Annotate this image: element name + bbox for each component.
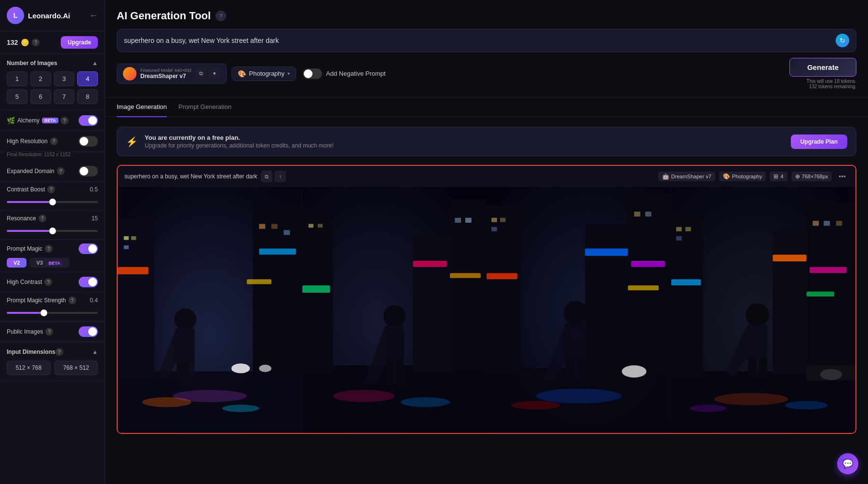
generated-image-2[interactable] xyxy=(302,187,487,433)
alchemy-toggle[interactable] xyxy=(79,115,98,126)
contrast-boost-help-icon[interactable]: ? xyxy=(47,186,55,193)
pm-strength-slider[interactable] xyxy=(7,312,98,314)
model-info: Finetuned Model 640×832 DreamShaper v7 xyxy=(140,68,191,80)
model-copy-icon[interactable]: ⧉ xyxy=(195,68,207,80)
svg-point-82 xyxy=(690,404,727,412)
pm-strength-section: Prompt Magic Strength ? 0.4 xyxy=(0,293,105,322)
style-palette-icon: 🎨 xyxy=(238,70,246,78)
svg-point-56 xyxy=(536,389,622,403)
svg-rect-11 xyxy=(271,224,278,229)
upload-prompt-icon[interactable]: ↑ xyxy=(274,171,286,182)
num-btn-4[interactable]: 4 xyxy=(77,71,98,86)
num-images-collapse-icon[interactable]: ▲ xyxy=(92,60,98,67)
main-content: AI Generation Tool ? ↻ Finetuned Model 6… xyxy=(105,0,868,484)
token-count: 132 xyxy=(7,39,18,46)
public-images-toggle[interactable] xyxy=(79,326,98,337)
copy-prompt-icon[interactable]: ⧉ xyxy=(261,171,272,182)
pm-v2-button[interactable]: V2 xyxy=(7,258,27,268)
high-contrast-toggle[interactable] xyxy=(79,277,98,287)
num-btn-5[interactable]: 5 xyxy=(7,89,27,104)
token-usage: This will use 18 tokens. 132 tokens rema… xyxy=(807,79,856,89)
final-resolution-label: Final Resolution: 1152 x 1152 xyxy=(0,152,105,161)
tab-prompt-generation[interactable]: Prompt Generation xyxy=(178,97,231,117)
upgrade-button[interactable]: Upgrade xyxy=(61,36,98,49)
style-chevron-icon: ▾ xyxy=(287,71,290,76)
num-btn-1[interactable]: 1 xyxy=(7,71,27,86)
resonance-help-icon[interactable]: ? xyxy=(39,215,46,222)
high-contrast-help-icon[interactable]: ? xyxy=(44,278,52,286)
high-resolution-help-icon[interactable]: ? xyxy=(50,137,58,145)
upgrade-plan-button[interactable]: Upgrade Plan xyxy=(791,134,847,149)
svg-rect-86 xyxy=(748,357,756,379)
tabs-row: Image Generation Prompt Generation xyxy=(105,97,868,117)
alchemy-row: 🌿 Alchemy BETA ? xyxy=(0,110,105,131)
expanded-domain-help-icon[interactable]: ? xyxy=(57,167,65,175)
svg-point-16 xyxy=(174,308,196,330)
alchemy-label: 🌿 Alchemy BETA ? xyxy=(7,117,68,124)
svg-rect-70 xyxy=(676,227,681,231)
svg-rect-45 xyxy=(628,193,671,375)
alchemy-text: Alchemy xyxy=(17,117,40,124)
svg-rect-9 xyxy=(253,205,302,377)
high-resolution-toggle[interactable] xyxy=(79,136,98,147)
banner-subtitle: Upgrade for priority generations, additi… xyxy=(145,142,334,149)
generate-button[interactable]: Generate xyxy=(789,58,856,77)
num-btn-6[interactable]: 6 xyxy=(30,89,51,104)
style-selector[interactable]: 🎨 Photography ▾ xyxy=(231,67,296,81)
result-prompt-text: superhero on a busy, wet New York street… xyxy=(124,173,257,180)
generated-image-1[interactable] xyxy=(118,187,302,433)
dim-btn-768x512[interactable]: 768 × 512 xyxy=(54,361,98,375)
tool-help-icon[interactable]: ? xyxy=(216,11,226,21)
svg-point-57 xyxy=(511,401,560,410)
pm-strength-help-icon[interactable]: ? xyxy=(68,296,76,304)
negative-prompt-toggle[interactable] xyxy=(303,68,322,79)
input-dimensions-help-icon[interactable]: ? xyxy=(55,348,63,356)
svg-rect-54 xyxy=(631,261,665,267)
chat-fab[interactable]: 💬 xyxy=(837,453,858,474)
generate-section: Generate This will use 18 tokens. 132 to… xyxy=(789,58,856,89)
svg-rect-15 xyxy=(247,279,271,284)
banner-title: You are currently on a free plan. xyxy=(145,134,334,141)
num-btn-7[interactable]: 7 xyxy=(54,89,75,104)
back-button[interactable]: ← xyxy=(89,11,98,21)
style-meta-icon: 🎨 xyxy=(723,173,730,180)
alchemy-help-icon[interactable]: ? xyxy=(61,117,68,124)
resonance-slider[interactable] xyxy=(7,230,98,232)
input-dimensions-header: Input Dimensions ? ▲ xyxy=(7,348,98,356)
svg-rect-55 xyxy=(628,285,659,290)
contrast-boost-slider[interactable] xyxy=(7,201,98,203)
tab-image-generation[interactable]: Image Generation xyxy=(117,97,167,117)
dim-btn-512x768[interactable]: 512 × 768 xyxy=(7,361,51,375)
model-selector[interactable]: Finetuned Model 640×832 DreamShaper v7 ⧉… xyxy=(117,64,227,84)
prompt-input[interactable] xyxy=(124,31,836,50)
num-btn-8[interactable]: 8 xyxy=(77,89,98,104)
num-btn-2[interactable]: 2 xyxy=(30,71,51,86)
svg-rect-76 xyxy=(773,255,806,261)
svg-rect-67 xyxy=(671,215,703,377)
contrast-boost-label: Contrast Boost ? xyxy=(7,186,55,193)
svg-rect-73 xyxy=(813,221,819,226)
tokens-row: 132 🪙 ? Upgrade xyxy=(0,31,105,54)
svg-point-3 xyxy=(222,404,259,412)
prompt-magic-toggle[interactable] xyxy=(79,243,98,254)
svg-point-37 xyxy=(383,305,406,327)
pm-v3-button[interactable]: V3 BETA xyxy=(29,258,69,268)
expanded-domain-toggle[interactable] xyxy=(79,166,98,176)
svg-rect-6 xyxy=(124,236,129,240)
expanded-domain-row: Expanded Domain ? xyxy=(0,161,105,182)
token-help-icon[interactable]: ? xyxy=(32,39,40,46)
generated-image-3[interactable] xyxy=(487,187,671,433)
model-chevron-icon[interactable]: ▾ xyxy=(209,68,220,80)
high-resolution-label: High Resolution ? xyxy=(7,137,58,145)
refresh-icon[interactable]: ↻ xyxy=(836,34,849,47)
sidebar: L Leonardo.Ai ← 132 🪙 ? Upgrade Number o… xyxy=(0,0,105,484)
public-images-help-icon[interactable]: ? xyxy=(45,328,53,336)
svg-rect-7 xyxy=(131,236,136,240)
generated-image-4[interactable] xyxy=(671,187,856,433)
prompt-magic-help-icon[interactable]: ? xyxy=(45,245,53,253)
svg-rect-72 xyxy=(676,236,681,241)
num-btn-3[interactable]: 3 xyxy=(54,71,75,86)
input-dimensions-collapse-icon[interactable]: ▲ xyxy=(92,349,98,355)
more-options-button[interactable]: ••• xyxy=(836,172,849,181)
svg-point-81 xyxy=(785,401,827,410)
